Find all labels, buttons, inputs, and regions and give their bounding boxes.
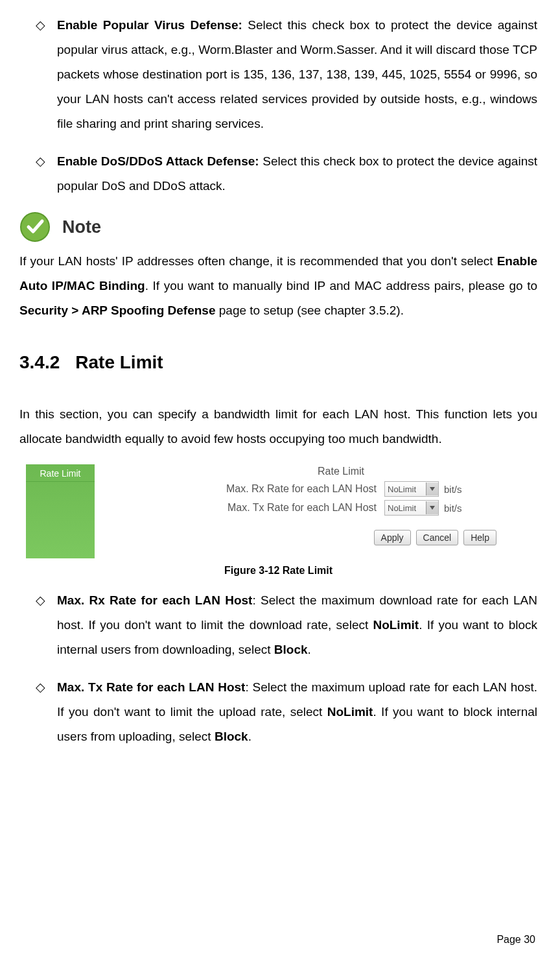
text: If your LAN hosts' IP addresses often ch…: [19, 254, 497, 268]
section-intro: In this section, you can specify a bandw…: [19, 402, 537, 451]
select-max-rx[interactable]: NoLimit: [384, 481, 439, 497]
row-max-rx: Max. Rx Rate for each LAN Host NoLimit b…: [218, 481, 496, 497]
cancel-button[interactable]: Cancel: [416, 530, 459, 545]
note-header: Note: [19, 211, 537, 243]
bullet-text: Max. Tx Rate for each LAN Host: Select t…: [57, 675, 537, 749]
help-button[interactable]: Help: [463, 530, 496, 545]
bullet-virus-defense: ◇ Enable Popular Virus Defense: Select t…: [36, 13, 537, 136]
select-value: NoLimit: [388, 503, 416, 513]
block-term: Block: [274, 643, 308, 656]
section-title: Rate Limit: [75, 352, 163, 372]
row-max-tx: Max. Tx Rate for each LAN Host NoLimit b…: [218, 500, 496, 516]
nav-panel: Rate Limit: [26, 464, 95, 558]
bullet-text: Max. Rx Rate for each LAN Host: Select t…: [57, 588, 537, 662]
panel-title: Rate Limit: [218, 466, 464, 477]
section-number: 3.4.2: [19, 352, 60, 372]
bullet-max-rx: ◇ Max. Rx Rate for each LAN Host: Select…: [36, 588, 537, 662]
bullet-text: Enable Popular Virus Defense: Select thi…: [57, 13, 537, 136]
desc: Select this check box to protect the dev…: [57, 18, 537, 130]
note-label: Note: [62, 217, 101, 237]
section-heading: 3.4.2Rate Limit: [19, 352, 537, 373]
label-max-tx: Max. Tx Rate for each LAN Host: [218, 502, 384, 514]
text: .: [248, 730, 251, 743]
select-value: NoLimit: [388, 484, 416, 494]
unit-label: bit/s: [444, 484, 462, 495]
note-paragraph: If your LAN hosts' IP addresses often ch…: [19, 249, 537, 323]
nav-tab-rate-limit[interactable]: Rate Limit: [26, 464, 95, 482]
diamond-icon: ◇: [36, 149, 45, 198]
page-number: Page 30: [496, 934, 535, 946]
text: .: [308, 643, 311, 656]
chevron-down-icon: [426, 482, 438, 495]
block-term: Block: [215, 730, 248, 743]
select-max-tx[interactable]: NoLimit: [384, 500, 439, 516]
unit-label: bit/s: [444, 503, 462, 514]
text: page to setup (see chapter 3.5.2).: [216, 304, 404, 317]
label-max-rx: Max. Rx Rate for each LAN Host: [218, 483, 384, 495]
figure-rate-limit: Rate Limit Rate Limit Max. Rx Rate for e…: [26, 464, 537, 558]
term: Max. Rx Rate for each LAN Host: [57, 593, 252, 607]
figure-caption: Figure 3-12 Rate Limit: [19, 565, 537, 577]
check-icon: [19, 211, 51, 243]
diamond-icon: ◇: [36, 13, 45, 136]
chevron-down-icon: [426, 501, 438, 514]
term: Enable DoS/DDoS Attack Defense:: [57, 154, 259, 168]
apply-button[interactable]: Apply: [374, 530, 411, 545]
nolimit-term: NoLimit: [327, 705, 373, 719]
arp-spoofing-path: Security > ARP Spoofing Defense: [19, 304, 216, 317]
term: Enable Popular Virus Defense:: [57, 18, 242, 32]
diamond-icon: ◇: [36, 675, 45, 749]
diamond-icon: ◇: [36, 588, 45, 662]
bullet-dos-defense: ◇ Enable DoS/DDoS Attack Defense: Select…: [36, 149, 537, 198]
nolimit-term: NoLimit: [373, 618, 419, 632]
nav-body: [26, 482, 95, 558]
text: . If you want to manually bind IP and MA…: [145, 279, 537, 292]
button-row: Apply Cancel Help: [218, 530, 496, 545]
bullet-text: Enable DoS/DDoS Attack Defense: Select t…: [57, 149, 537, 198]
bullet-max-tx: ◇ Max. Tx Rate for each LAN Host: Select…: [36, 675, 537, 749]
term: Max. Tx Rate for each LAN Host: [57, 680, 245, 694]
settings-panel: Rate Limit Max. Rx Rate for each LAN Hos…: [218, 464, 496, 545]
